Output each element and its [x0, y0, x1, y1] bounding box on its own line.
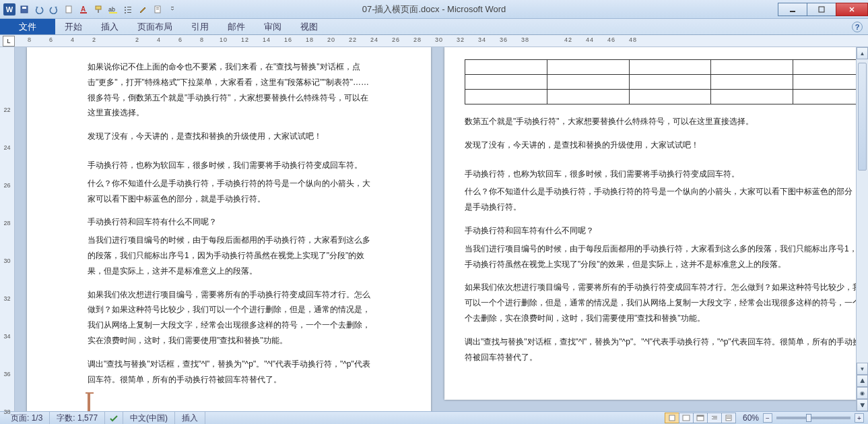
word-app-icon[interactable]: W [3, 3, 16, 16]
status-bar: 页面: 1/3 字数: 1,577 中文(中国) 插入 60% − + [0, 411, 868, 424]
svg-rect-10 [127, 7, 131, 7]
word-count[interactable]: 字数: 1,577 [50, 412, 105, 424]
draft-view-icon[interactable] [721, 413, 736, 423]
scroll-down-button[interactable]: ▼ [857, 363, 868, 375]
word-letter-icon: W [3, 3, 15, 16]
tab-home[interactable]: 开始 [55, 19, 92, 34]
pages-container[interactable]: 如果说你记不住上面的命令也不要紧，我们来看，在"查找与替换"对话框，点击"更多"… [15, 47, 856, 411]
svg-point-11 [125, 9, 126, 11]
page-1[interactable]: 如果说你记不住上面的命令也不要紧，我们来看，在"查找与替换"对话框，点击"更多"… [27, 47, 431, 411]
full-screen-view-icon[interactable] [679, 413, 694, 423]
window-title: 07-插入横页面.docx - Microsoft Word [362, 3, 506, 16]
zoom-in-button[interactable]: + [855, 413, 864, 423]
tab-view[interactable]: 视图 [291, 19, 327, 34]
svg-rect-20 [819, 7, 824, 12]
tab-review[interactable]: 审阅 [255, 19, 291, 34]
svg-rect-1 [22, 7, 26, 9]
page-2[interactable]: 数第五个就是"手动换行符"，大家想要替换什么特殊符号，可以在这里直接选择。 发现… [444, 47, 856, 400]
scroll-up-button[interactable]: ▲ [857, 47, 868, 59]
insert-mode[interactable]: 插入 [175, 412, 205, 424]
svg-point-9 [125, 7, 126, 8]
font-color-icon[interactable]: A [77, 3, 90, 16]
svg-rect-21 [669, 415, 675, 421]
outline-view-icon[interactable] [707, 413, 722, 423]
svg-rect-27 [712, 419, 717, 419]
svg-rect-19 [790, 11, 795, 12]
body-text: 发现了没有，今天讲的，是查找和替换的升级使用，大家试试吧！ [88, 129, 370, 144]
body-text: 如果说你记不住上面的命令也不要紧，我们来看，在"查找与替换"对话框，点击"更多"… [88, 59, 370, 121]
svg-rect-30 [727, 418, 731, 419]
help-icon[interactable]: ? [852, 22, 863, 32]
title-bar: W A ab 07-插入横页面.docx - Microsoft Word [0, 0, 868, 19]
svg-rect-18 [171, 7, 174, 7]
edit-icon[interactable] [136, 3, 149, 16]
body-text: 当我们进行项目编号的时候，由于每段后面都用的手动换行符，大家看到这么多的段落，我… [465, 241, 856, 272]
maximize-button[interactable] [807, 3, 836, 16]
svg-rect-22 [683, 415, 690, 421]
zoom-thumb[interactable] [806, 414, 811, 422]
svg-rect-5 [96, 6, 101, 9]
vertical-scrollbar[interactable]: ▲ ▼ ⯅ ◉ ⯆ [856, 47, 868, 411]
tab-references[interactable]: 引用 [182, 19, 218, 34]
body-text: 当我们进行项目编号的时候，由于每段后面都用的手动换行符，大家看到这么多的段落，我… [88, 233, 370, 278]
body-text: 什么？你不知道什么是手动换行符，手动换行符的符号是一个纵向的小箭头，大家可以看下… [88, 176, 370, 207]
page-indicator[interactable]: 页面: 1/3 [4, 412, 50, 424]
bullet-list-icon[interactable] [121, 3, 135, 16]
redo-icon[interactable] [47, 3, 61, 16]
svg-rect-8 [109, 12, 117, 13]
landscape-table[interactable] [465, 59, 856, 104]
save-icon[interactable] [18, 3, 31, 16]
horizontal-ruler[interactable]: 8642246810121416182022242628303234363842… [19, 36, 864, 47]
close-button[interactable] [836, 3, 868, 16]
zoom-out-button[interactable]: − [763, 413, 772, 423]
body-text: 手动换行符和回车符有什么不同呢？ [88, 214, 370, 230]
web-layout-view-icon[interactable] [693, 413, 708, 423]
spell-check-icon[interactable] [105, 412, 123, 424]
svg-rect-6 [98, 9, 99, 13]
zoom-level[interactable]: 60% [743, 413, 759, 423]
scroll-track[interactable] [857, 59, 868, 363]
undo-icon[interactable] [32, 3, 46, 16]
svg-rect-29 [727, 417, 731, 417]
print-layout-view-icon[interactable] [665, 413, 679, 423]
tab-insert[interactable]: 插入 [92, 19, 128, 34]
tab-mailings[interactable]: 邮件 [218, 19, 255, 34]
svg-rect-4 [80, 12, 87, 13]
svg-rect-16 [156, 7, 159, 8]
svg-rect-26 [713, 417, 717, 418]
new-icon[interactable] [62, 3, 75, 16]
browse-object-button[interactable]: ◉ [857, 387, 868, 399]
qat-dropdown-icon[interactable] [166, 3, 179, 16]
ribbon-tabs: 文件 开始 插入 页面布局 引用 邮件 审阅 视图 ? [0, 19, 868, 35]
window-buttons [778, 3, 868, 16]
format-painter-icon[interactable] [92, 3, 105, 16]
body-text: 如果我们依次想进行项目编号，需要将所有的手动换行符变成回车符才行。怎么做到？如果… [88, 287, 370, 349]
body-text: 发现了没有，今天讲的，是查找和替换的升级使用，大家试试吧！ [465, 138, 856, 153]
body-text: 手动换行符和回车符有什么不同呢？ [465, 223, 856, 239]
body-text: 什么？你不知道什么是手动换行符，手动换行符的符号是一个纵向的小箭头，大家可以看下… [465, 184, 856, 215]
zoom-slider[interactable] [776, 417, 850, 419]
vertical-ruler[interactable]: 22242628303234363840424446 [0, 47, 15, 411]
body-text: 如果我们依次想进行项目编号，需要将所有的手动换行符变成回车符才行。怎么做到？如果… [465, 280, 856, 326]
svg-rect-24 [697, 415, 704, 417]
document-icon[interactable] [151, 3, 164, 16]
table-row [465, 60, 857, 75]
tab-selector[interactable]: L [3, 36, 15, 47]
cursor-mark-icon [88, 394, 90, 411]
prev-page-button[interactable]: ⯅ [857, 375, 868, 387]
highlight-icon[interactable]: ab [106, 3, 120, 16]
table-row [465, 75, 857, 90]
language-indicator[interactable]: 中文(中国) [123, 412, 175, 424]
body-text: 手动换行符，也称为软回车，很多时候，我们需要将手动换行符变成回车符。 [465, 166, 856, 182]
minimize-button[interactable] [778, 3, 807, 16]
svg-rect-2 [66, 6, 71, 13]
scroll-thumb[interactable] [858, 63, 867, 171]
tab-layout[interactable]: 页面布局 [128, 19, 182, 34]
next-page-button[interactable]: ⯆ [857, 399, 868, 411]
view-buttons [665, 413, 736, 423]
body-text: 数第五个就是"手动换行符"，大家想要替换什么特殊符号，可以在这里直接选择。 [465, 114, 856, 129]
tab-file[interactable]: 文件 [0, 19, 55, 34]
svg-text:A: A [81, 5, 86, 13]
horizontal-ruler-row: L 86422468101214161820222426283032343638… [0, 35, 868, 47]
body-text: 手动换行符，也称为软回车，很多时候，我们需要将手动换行符变成回车符。 [88, 158, 370, 173]
